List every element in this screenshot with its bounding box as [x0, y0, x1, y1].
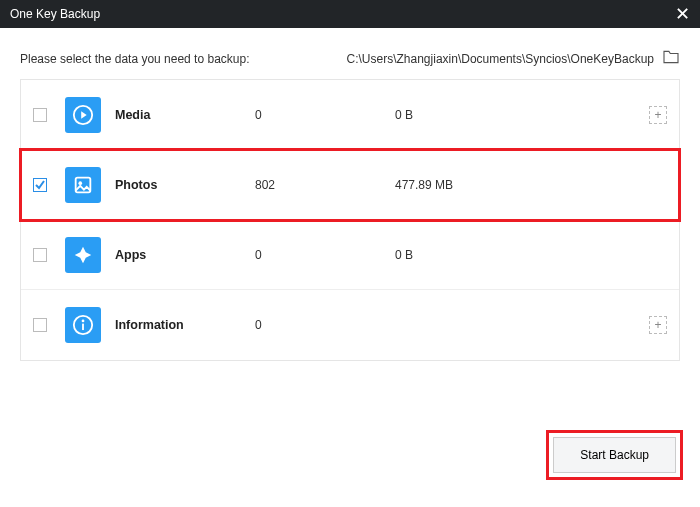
category-list: Media 0 0 B + Photos 802 477.89 MB Apps …: [20, 79, 680, 361]
play-icon: [65, 97, 101, 133]
checkbox-information[interactable]: [33, 318, 47, 332]
count-apps: 0: [255, 248, 395, 262]
row-apps[interactable]: Apps 0 0 B: [21, 220, 679, 290]
svg-point-2: [78, 181, 82, 185]
titlebar: One Key Backup ✕: [0, 0, 700, 28]
add-media-icon[interactable]: +: [649, 106, 667, 124]
svg-point-4: [82, 320, 85, 323]
size-photos: 477.89 MB: [395, 178, 649, 192]
checkbox-photos[interactable]: [33, 178, 47, 192]
footer: Start Backup: [553, 437, 676, 473]
backup-path[interactable]: C:\Users\Zhangjiaxin\Documents\Syncios\O…: [347, 50, 680, 67]
size-apps: 0 B: [395, 248, 649, 262]
photos-icon: [65, 167, 101, 203]
checkbox-media[interactable]: [33, 108, 47, 122]
row-information[interactable]: Information 0 +: [21, 290, 679, 360]
instruction-text: Please select the data you need to backu…: [20, 52, 250, 66]
count-media: 0: [255, 108, 395, 122]
apps-icon: [65, 237, 101, 273]
row-media[interactable]: Media 0 0 B +: [21, 80, 679, 150]
label-information: Information: [115, 318, 255, 332]
row-photos[interactable]: Photos 802 477.89 MB: [21, 150, 679, 220]
label-photos: Photos: [115, 178, 255, 192]
size-media: 0 B: [395, 108, 649, 122]
label-media: Media: [115, 108, 255, 122]
add-information-icon[interactable]: +: [649, 316, 667, 334]
checkbox-apps[interactable]: [33, 248, 47, 262]
backup-path-text: C:\Users\Zhangjiaxin\Documents\Syncios\O…: [347, 52, 654, 66]
count-information: 0: [255, 318, 395, 332]
close-icon[interactable]: ✕: [675, 5, 690, 23]
window-title: One Key Backup: [10, 7, 100, 21]
svg-rect-1: [76, 177, 91, 192]
header-row: Please select the data you need to backu…: [0, 28, 700, 79]
label-apps: Apps: [115, 248, 255, 262]
info-icon: [65, 307, 101, 343]
folder-icon[interactable]: [662, 50, 680, 67]
svg-rect-5: [82, 324, 84, 330]
count-photos: 802: [255, 178, 395, 192]
start-backup-button[interactable]: Start Backup: [553, 437, 676, 473]
